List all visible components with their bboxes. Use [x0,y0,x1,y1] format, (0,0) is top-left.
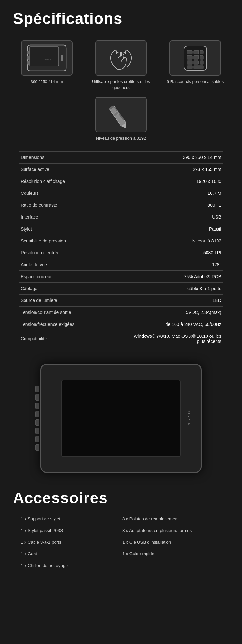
spec-row-7: Sensibilité de pressionNiveau à 8192 [19,235,223,247]
svg-rect-16 [200,61,203,64]
spec-value-8: 5080 LPI [131,247,223,259]
svg-text:XP-PEN: XP-PEN [44,59,51,61]
spec-value-9: 178° [131,259,223,270]
spec-row-15: CompatibilitéWindows® 7/8/10, Mac OS X® … [19,330,223,347]
icon-item-pen: Niveau de pression à 8192 [89,97,153,141]
spec-label-12: Source de lumière [19,294,131,306]
side-btn-4 [35,411,39,417]
spec-value-1: 293 x 165 mm [131,163,223,175]
spec-value-5: USB [131,211,223,223]
spec-row-14: Tension/fréquence exigéesde 100 à 240 VA… [19,318,223,330]
spec-value-3: 16.7 M [131,187,223,199]
specs-table: Dimensions390 x 250 x 14 mmSurface activ… [19,151,223,347]
spec-label-9: Angle de vue [19,259,131,270]
spec-value-0: 390 x 250 x 14 mm [131,151,223,163]
spec-row-10: Espace couleur75% Adobe® RGB [19,270,223,282]
icon-box-remote [169,40,221,76]
pen-icon [100,99,142,131]
accessory-col1-item-3: 1 x Gant [19,548,121,560]
remote-icon [177,44,213,72]
svg-rect-4 [27,56,30,60]
spec-value-2: 1920 x 1080 [131,175,223,187]
svg-rect-2 [61,55,63,61]
spec-label-4: Ratio de contraste [19,199,131,211]
spec-value-12: LED [131,294,223,306]
icons-row-1: XP-PEN 390 *250 *14 mm Utilisable par le… [0,34,242,94]
hands-icon [105,44,137,72]
accessory-col2-item-0: 8 x Pointes de remplacement [121,513,223,525]
icon-label-hands: Utilisable par les droitiers et les gauc… [89,79,153,90]
svg-rect-18 [194,66,203,69]
icon-box-tablet: XP-PEN [21,40,73,76]
specs-table-container: Dimensions390 x 250 x 14 mmSurface activ… [0,145,242,354]
spec-value-11: câble 3-à-1 ports [131,282,223,294]
accessories-title: Accessoires [13,489,229,507]
spec-label-10: Espace couleur [19,270,131,282]
accessories-grid: 1 x Support de stylet8 x Pointes de remp… [13,513,229,572]
tablet-image-section: XP-PEN [0,354,242,479]
svg-rect-9 [194,50,199,54]
svg-rect-14 [187,61,192,64]
svg-rect-1 [30,47,59,66]
svg-rect-10 [200,50,203,54]
spec-row-13: Tension/courant de sortie5VDC, 2.3A(max) [19,306,223,318]
spec-row-6: StyletPassif [19,223,223,235]
spec-row-2: Résolution d'affichage1920 x 1080 [19,175,223,187]
spec-value-14: de 100 à 240 VAC, 50/60Hz [131,318,223,330]
accessory-col1-item-2: 1 x Câble 3-à-1 ports [19,536,121,548]
icon-item-tablet: XP-PEN 390 *250 *14 mm [15,40,79,85]
spec-label-1: Surface active [19,163,131,175]
tablet-brand-label: XP-PEN [187,410,191,426]
spec-value-6: Passif [131,223,223,235]
spec-label-13: Tension/courant de sortie [19,306,131,318]
tablet-screen [61,380,181,457]
accessories-section: Accessoires 1 x Support de stylet8 x Poi… [0,479,242,581]
tablet-icon: XP-PEN [26,43,68,72]
spec-row-11: Câblagecâble 3-à-1 ports [19,282,223,294]
spec-row-8: Résolution d'entrée5080 LPI [19,247,223,259]
svg-rect-12 [194,55,199,59]
spec-row-1: Surface active293 x 165 mm [19,163,223,175]
icons-row-2: Niveau de pression à 8192 [0,94,242,145]
svg-rect-11 [187,55,192,59]
specs-header: Spécifications [0,0,242,34]
spec-label-2: Résolution d'affichage [19,175,131,187]
accessory-col2-item-3: 1 x Guide rapide [121,548,223,560]
spec-label-6: Stylet [19,223,131,235]
side-btn-7 [35,436,39,442]
icon-label-pen: Niveau de pression à 8192 [96,136,146,141]
spec-label-0: Dimensions [19,151,131,163]
svg-rect-3 [27,51,30,54]
spec-label-15: Compatibilité [19,330,131,347]
spec-label-8: Résolution d'entrée [19,247,131,259]
svg-rect-13 [200,55,203,59]
side-btn-3 [35,402,39,409]
spec-label-3: Couleurs [19,187,131,199]
spec-value-13: 5VDC, 2.3A(max) [131,306,223,318]
accessory-col1-item-1: 1 x Stylet passif P03S [19,525,121,536]
spec-row-12: Source de lumièreLED [19,294,223,306]
accessory-col2-item-1: 3 x Adaptateurs en plusieurs formes [121,525,223,536]
side-btn-8 [35,444,39,451]
spec-row-0: Dimensions390 x 250 x 14 mm [19,151,223,163]
svg-rect-19 [109,106,126,127]
icon-item-remote: 6 Raccourcis personnalisables [163,40,227,85]
spec-label-11: Câblage [19,282,131,294]
spec-row-9: Angle de vue178° [19,259,223,270]
spec-row-3: Couleurs16.7 M [19,187,223,199]
svg-rect-5 [27,61,30,65]
side-btn-6 [35,428,39,434]
tablet-side-buttons [35,386,39,451]
icon-label-remote: 6 Raccourcis personnalisables [167,79,224,85]
svg-rect-17 [187,66,192,69]
tablet-display: XP-PEN [40,364,202,473]
spec-row-4: Ratio de contraste800 : 1 [19,199,223,211]
spec-label-5: Interface [19,211,131,223]
spec-value-7: Niveau à 8192 [131,235,223,247]
side-btn-1 [35,386,39,392]
spec-label-14: Tension/fréquence exigées [19,318,131,330]
spec-label-7: Sensibilité de pression [19,235,131,247]
svg-rect-8 [187,50,192,54]
accessory-col1-item-0: 1 x Support de stylet [19,513,121,525]
side-btn-5 [35,419,39,426]
